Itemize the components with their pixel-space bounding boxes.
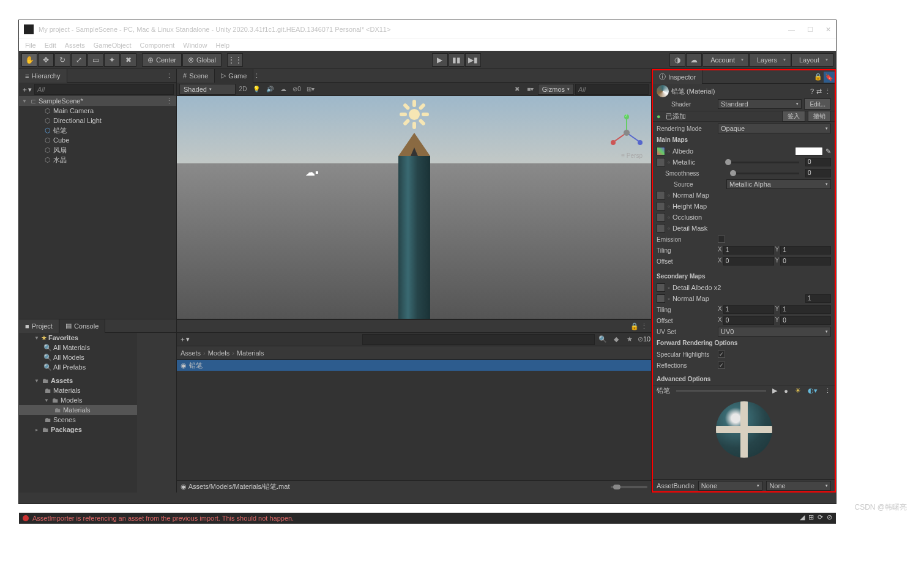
draw-mode-dropdown[interactable]: Shaded — [179, 84, 236, 95]
smooth-value[interactable]: 0 — [805, 169, 831, 177]
spec-checkbox[interactable]: ✓ — [718, 351, 725, 358]
preview-sphere-icon[interactable]: ● — [784, 387, 788, 395]
move-tool[interactable]: ✥ — [38, 53, 54, 67]
search-icon[interactable]: 🔍 — [597, 335, 608, 343]
step-button[interactable]: ▶▮ — [465, 53, 481, 67]
close-button[interactable]: ✕ — [825, 26, 831, 34]
checkin-button[interactable]: 签入 — [782, 111, 805, 122]
albedo-color[interactable] — [795, 147, 823, 155]
crumb[interactable]: Assets — [181, 349, 201, 357]
scene-search[interactable] — [575, 84, 649, 95]
scene-menu-icon[interactable]: ⋮ — [253, 72, 260, 80]
scene-row[interactable]: ▼⊏SampleScene*⋮ — [19, 96, 176, 106]
persp-label[interactable]: ≡ Persp — [621, 152, 643, 159]
tiling-x[interactable]: 1 — [723, 246, 774, 255]
assets-header[interactable]: ▼🖿Assets — [19, 376, 137, 385]
normal-texture[interactable] — [657, 191, 665, 199]
hierarchy-item[interactable]: ⬡Cube — [19, 135, 176, 145]
source-dropdown[interactable]: Metallic Alpha — [726, 179, 831, 189]
shader-dropdown[interactable]: Standard — [718, 99, 802, 109]
crumb[interactable]: Models — [208, 349, 229, 357]
play-button[interactable]: ▶ — [432, 53, 448, 67]
tiling-y[interactable]: 1 — [780, 246, 831, 255]
emission-checkbox[interactable] — [718, 236, 725, 243]
hierarchy-item[interactable]: ⬡水晶 — [19, 155, 176, 165]
2d-toggle[interactable]: 2D — [237, 84, 249, 95]
hidden-icon[interactable]: ⊘10 — [638, 335, 649, 343]
scene-tab[interactable]: # Scene — [177, 69, 215, 83]
custom-tool[interactable]: ✖ — [121, 53, 136, 67]
lock-icon[interactable]: 🔒 — [814, 73, 822, 80]
normal2-texture[interactable] — [657, 294, 665, 303]
occlusion-texture[interactable] — [657, 213, 665, 221]
hand-tool[interactable]: ✋ — [21, 53, 37, 67]
hierarchy-tab[interactable]: ≡ Hierarchy — [19, 69, 67, 83]
material-preview[interactable] — [653, 396, 835, 463]
tool-icon[interactable]: ✖ — [511, 84, 523, 95]
tiling2-x[interactable]: 1 — [723, 305, 774, 314]
metallic-slider[interactable] — [725, 162, 799, 163]
collab-button[interactable]: ◑ — [669, 53, 685, 67]
height-texture[interactable] — [657, 202, 665, 210]
detailmask-texture[interactable] — [657, 224, 665, 232]
hierarchy-item[interactable]: ⬡Main Camera — [19, 106, 176, 116]
fx-toggle[interactable]: ☁ — [277, 84, 289, 95]
pivot-center[interactable]: ⊕Center — [142, 53, 182, 67]
rotate-tool[interactable]: ↻ — [54, 53, 70, 67]
console-tab[interactable]: ▤ Console — [59, 319, 105, 333]
rendermode-dropdown[interactable]: Opaque — [718, 124, 831, 133]
offset-x[interactable]: 0 — [723, 257, 774, 266]
add-button[interactable]: ＋▾ — [21, 85, 32, 94]
revert-button[interactable]: 撤销 — [808, 111, 831, 122]
menu-window[interactable]: Window — [183, 42, 207, 49]
project-tab[interactable]: ■ Project — [19, 319, 59, 333]
menu-help[interactable]: Help — [215, 42, 229, 49]
edit-button[interactable]: Edit... — [804, 99, 831, 110]
folder-item-selected[interactable]: 🖿Materials — [19, 405, 137, 415]
rect-tool[interactable]: ▭ — [88, 53, 103, 67]
normal2-value[interactable]: 1 — [805, 294, 831, 303]
layout-dropdown[interactable]: Layout — [791, 53, 833, 67]
camera-icon[interactable]: ■▾ — [524, 84, 537, 95]
preview-menu-icon[interactable]: ⋮ — [824, 387, 831, 395]
packages-header[interactable]: ▸🖿Packages — [19, 425, 137, 434]
menu-gameobject[interactable]: GameObject — [94, 42, 132, 49]
add-asset-button[interactable]: ＋▾ — [179, 335, 190, 344]
grid-toggle[interactable]: ⊞▾ — [304, 84, 316, 95]
hierarchy-menu-icon[interactable]: ⋮ — [162, 72, 176, 80]
hierarchy-item[interactable]: ⬡Directional Light — [19, 116, 176, 125]
panel-menu-icon[interactable]: ⋮ — [641, 322, 647, 330]
fav-header[interactable]: ▼★Favorites — [19, 333, 137, 343]
pivot-global[interactable]: ⊗Global — [182, 53, 222, 67]
star-icon[interactable]: ★ — [624, 335, 635, 343]
fav-item[interactable]: 🔍All Prefabs — [19, 362, 137, 372]
refl-checkbox[interactable]: ✓ — [718, 362, 725, 369]
audio-toggle[interactable]: 🔊 — [264, 84, 276, 95]
hierarchy-search[interactable] — [34, 84, 174, 95]
scale-tool[interactable]: ⤢ — [71, 53, 87, 67]
folder-item[interactable]: ▼🖿Models — [19, 395, 137, 405]
metallic-value[interactable]: 0 — [805, 158, 831, 166]
preset-icon[interactable]: ⇄ — [816, 87, 822, 95]
game-tab[interactable]: ▷ Game — [215, 69, 253, 83]
menu-component[interactable]: Component — [140, 42, 174, 49]
eyedropper-icon[interactable]: ✎ — [825, 147, 831, 155]
scene-viewport[interactable]: ☁▪ y ≡ Persp — [177, 96, 651, 319]
fav-item[interactable]: 🔍All Materials — [19, 343, 137, 352]
lock-icon[interactable]: 🔒 — [630, 322, 639, 330]
menu-edit[interactable]: Edit — [45, 42, 56, 49]
detail-albedo-texture[interactable] — [657, 283, 665, 292]
layers-dropdown[interactable]: Layers — [749, 53, 791, 67]
snap-button[interactable]: ⋮⋮ — [227, 53, 243, 67]
transform-tool[interactable]: ✦ — [104, 53, 120, 67]
gizmos-dropdown[interactable]: Gizmos — [538, 84, 574, 95]
assetbundle-dropdown[interactable]: None — [698, 481, 763, 491]
folder-item[interactable]: 🖿Materials — [19, 385, 137, 395]
help-icon[interactable]: ? — [810, 87, 814, 95]
offset2-y[interactable]: 0 — [780, 316, 831, 325]
assetbundle-variant[interactable]: None — [766, 481, 831, 491]
hidden-toggle[interactable]: ⊘0 — [291, 84, 303, 95]
folder-item[interactable]: 🖿Scenes — [19, 415, 137, 425]
hierarchy-item[interactable]: ⬡风扇 — [19, 145, 176, 155]
tiling2-y[interactable]: 1 — [780, 305, 831, 314]
